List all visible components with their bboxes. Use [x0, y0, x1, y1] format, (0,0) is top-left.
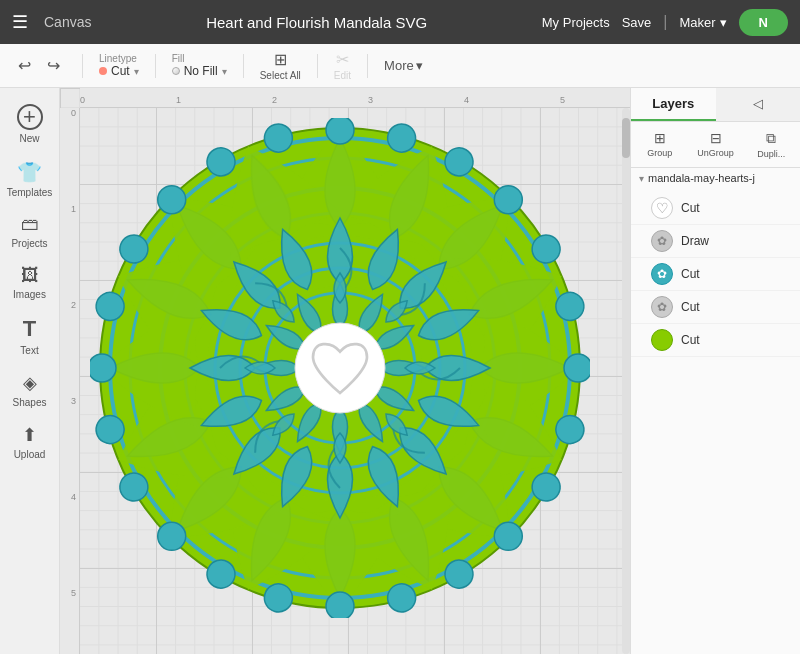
- sidebar-item-new[interactable]: + New: [0, 96, 59, 152]
- sidebar-item-shapes[interactable]: ◈ Shapes: [0, 364, 59, 416]
- layer-label-3: Cut: [681, 300, 700, 314]
- ruler-top-2: 2: [272, 95, 277, 105]
- layer-item-0[interactable]: ♡ Cut: [631, 192, 800, 225]
- layers-list: ♡ Cut ✿ Draw ✿ Cut ✿: [631, 188, 800, 654]
- ruler-top-5: 5: [560, 95, 565, 105]
- ruler-left-4: 4: [71, 492, 76, 502]
- layer-item-3[interactable]: ✿ Cut: [631, 291, 800, 324]
- fill-value: No Fill: [184, 64, 218, 78]
- undo-redo-group: ↩ ↪: [12, 52, 66, 79]
- navbar: ☰ Canvas Heart and Flourish Mandala SVG …: [0, 0, 800, 44]
- panel-tabs: Layers ◁: [631, 88, 800, 122]
- ruler-top-1: 1: [176, 95, 181, 105]
- save-link[interactable]: Save: [622, 15, 652, 30]
- sidebar-item-images[interactable]: 🖼 Images: [0, 257, 59, 308]
- ungroup-button[interactable]: ⊟ UnGroup: [689, 126, 743, 163]
- images-icon: 🖼: [21, 265, 39, 286]
- ungroup-icon: ⊟: [710, 130, 722, 146]
- toolbar: ↩ ↪ Linetype Cut ▾ Fill No Fill ▾ ⊞ Sele…: [0, 44, 800, 88]
- main-area: + New 👕 Templates 🗃 Projects 🖼 Images T …: [0, 88, 800, 654]
- right-panel: Layers ◁ ⊞ Group ⊟ UnGroup ⧉ Dupli... ▾ …: [630, 88, 800, 654]
- sidebar-item-projects[interactable]: 🗃 Projects: [0, 206, 59, 257]
- layer-item-4[interactable]: Cut: [631, 324, 800, 357]
- layer-thumb-icon-3: ✿: [657, 300, 667, 314]
- layer-thumb-2: ✿: [651, 263, 673, 285]
- new-icon: +: [17, 104, 43, 130]
- toolbar-separator-3: [243, 54, 244, 78]
- layer-thumb-icon-1: ✿: [657, 234, 667, 248]
- projects-icon: 🗃: [21, 214, 39, 235]
- edit-button[interactable]: ✂ Edit: [334, 50, 351, 81]
- text-icon: T: [23, 316, 36, 342]
- layer-group-name: mandala-may-hearts-j: [648, 172, 755, 184]
- maker-button[interactable]: Maker ▾: [679, 15, 726, 30]
- duplicate-button[interactable]: ⧉ Dupli...: [744, 126, 798, 163]
- sidebar-item-text[interactable]: T Text: [0, 308, 59, 364]
- layer-thumb-0: ♡: [651, 197, 673, 219]
- layer-label-1: Draw: [681, 234, 709, 248]
- linetype-field: Linetype Cut ▾: [99, 53, 139, 78]
- fill-value-row: No Fill ▾: [172, 64, 227, 78]
- toolbar-separator-5: [367, 54, 368, 78]
- left-sidebar: + New 👕 Templates 🗃 Projects 🖼 Images T …: [0, 88, 60, 654]
- layer-group-header[interactable]: ▾ mandala-may-hearts-j: [631, 168, 800, 188]
- go-button[interactable]: N: [739, 9, 788, 36]
- mandala-image[interactable]: [90, 118, 630, 654]
- sidebar-item-text-label: Text: [20, 345, 38, 356]
- sidebar-item-templates-label: Templates: [7, 187, 53, 198]
- toolbar-separator-2: [155, 54, 156, 78]
- select-all-label: Select All: [260, 70, 301, 81]
- ruler-top-3: 3: [368, 95, 373, 105]
- panel-actions: ⊞ Group ⊟ UnGroup ⧉ Dupli...: [631, 122, 800, 168]
- fill-color-dot: [172, 67, 180, 75]
- sidebar-item-templates[interactable]: 👕 Templates: [0, 152, 59, 206]
- svg-point-30: [90, 354, 116, 382]
- tab-other[interactable]: ◁: [716, 88, 801, 121]
- linetype-value: Cut: [111, 64, 130, 78]
- fill-arrow[interactable]: ▾: [222, 66, 227, 77]
- layer-label-0: Cut: [681, 201, 700, 215]
- svg-point-24: [326, 592, 354, 618]
- group-icon: ⊞: [654, 130, 666, 146]
- ruler-left-2: 2: [71, 300, 76, 310]
- select-all-button[interactable]: ⊞ Select All: [260, 50, 301, 81]
- toolbar-separator-4: [317, 54, 318, 78]
- document-title: Heart and Flourish Mandala SVG: [107, 14, 525, 31]
- edit-icon: ✂: [336, 50, 349, 69]
- sidebar-item-upload-label: Upload: [14, 449, 46, 460]
- scrollbar-thumb[interactable]: [622, 118, 630, 158]
- menu-icon[interactable]: ☰: [12, 11, 28, 33]
- sidebar-item-upload[interactable]: ⬆ Upload: [0, 416, 59, 468]
- toolbar-separator-1: [82, 54, 83, 78]
- ruler-left: 0 1 2 3 4 5: [60, 108, 80, 654]
- tab-layers[interactable]: Layers: [631, 88, 716, 121]
- linetype-arrow[interactable]: ▾: [134, 66, 139, 77]
- layer-thumb-icon-2: ✿: [657, 267, 667, 281]
- ruler-top: 0 1 2 3 4 5 6 7: [80, 88, 630, 108]
- layer-item-1[interactable]: ✿ Draw: [631, 225, 800, 258]
- group-button[interactable]: ⊞ Group: [633, 126, 687, 163]
- ruler-left-3: 3: [71, 396, 76, 406]
- templates-icon: 👕: [17, 160, 42, 184]
- ungroup-label: UnGroup: [697, 148, 734, 158]
- navbar-actions: My Projects Save | Maker ▾ N: [542, 9, 788, 36]
- ruler-left-5: 5: [71, 588, 76, 598]
- ruler-top-0: 0: [80, 95, 85, 105]
- undo-button[interactable]: ↩: [12, 52, 37, 79]
- fill-label: Fill: [172, 53, 227, 64]
- layer-item-2[interactable]: ✿ Cut: [631, 258, 800, 291]
- brand-label: Canvas: [44, 14, 91, 30]
- more-button[interactable]: More ▾: [384, 58, 423, 73]
- svg-point-12: [326, 118, 354, 144]
- svg-point-18: [564, 354, 590, 382]
- ruler-left-1: 1: [71, 204, 76, 214]
- fill-field: Fill No Fill ▾: [172, 53, 227, 78]
- layer-label-2: Cut: [681, 267, 700, 281]
- redo-button[interactable]: ↪: [41, 52, 66, 79]
- canvas-area[interactable]: 0 1 2 3 4 5 6 7 0 1 2 3 4 5: [60, 88, 630, 654]
- linetype-color-dot: [99, 67, 107, 75]
- upload-icon: ⬆: [22, 424, 37, 446]
- canvas-scrollbar[interactable]: [622, 108, 630, 654]
- my-projects-link[interactable]: My Projects: [542, 15, 610, 30]
- layer-thumb-icon-0: ♡: [656, 200, 669, 216]
